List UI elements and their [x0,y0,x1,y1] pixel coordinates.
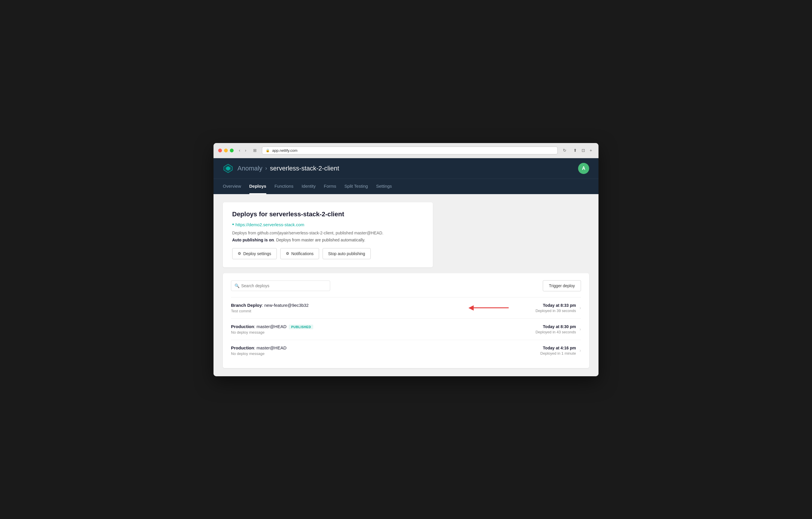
red-arrow-icon [468,305,509,310]
browser-actions: ⬆ ⊡ + [572,147,594,153]
back-button[interactable]: ‹ [237,147,242,153]
deploy-meta: Deploys from github.com/jayair/serverles… [232,230,424,235]
deploy-ref: master@HEAD [257,324,287,329]
deploy-time-main: Today at 8:30 pm [518,324,576,329]
search-input-wrapper: 🔍 [231,280,330,291]
trigger-deploy-button[interactable]: Trigger deploy [543,280,581,291]
deploy-time-sub: Deployed in 43 seconds [518,330,576,334]
deploy-list-section: 🔍 Trigger deploy Branch Deploy: new-feat… [223,273,589,368]
auto-publishing-text: Auto publishing is on. Deploys from mast… [232,238,424,242]
close-button[interactable] [218,148,222,153]
deploys-card-title: Deploys for serverless-stack-2-client [232,211,424,218]
deploy-type: Production [231,345,254,350]
deploy-actions: ⚙ Deploy settings ⚙ Notifications Stop a… [232,248,424,259]
deploy-row-time: Today at 8:33 pm Deployed in 39 seconds [518,303,576,313]
netlify-logo-icon [223,163,233,174]
deploy-row-left: Production: master@HEAD No deploy messag… [231,345,459,356]
arrow-head [468,305,474,310]
deploy-url-link[interactable]: https://demo2.serverless-stack.com [232,222,424,228]
deploy-row-subtitle: No deploy message [231,330,459,334]
breadcrumb-current[interactable]: serverless-stack-2-client [270,165,339,172]
deploy-settings-label: Deploy settings [243,251,271,256]
chevron-right-icon: › [580,305,581,310]
deploy-row-title: Branch Deploy: new-feature@9ec3b32 [231,303,459,308]
nav-item-functions[interactable]: Functions [274,179,293,194]
new-tab-button[interactable]: ⊡ [580,147,587,153]
search-input[interactable] [231,280,330,291]
deploy-row-title: Production: master@HEADPUBLISHED [231,324,459,329]
deploy-row-subtitle: No deploy message [231,351,459,356]
deploy-row[interactable]: Production: master@HEADPUBLISHED No depl… [231,319,581,340]
deploy-settings-button[interactable]: ⚙ Deploy settings [232,248,277,259]
notifications-button[interactable]: ⚙ Notifications [280,248,319,259]
deploy-ref: new-feature@9ec3b32 [264,303,309,308]
arrow-line [474,307,509,308]
published-badge: PUBLISHED [289,325,313,329]
app-nav: Overview Deploys Functions Identity Form… [213,179,599,194]
deploy-time-sub: Deployed in 39 seconds [518,308,576,313]
deploy-ref: master@HEAD [257,345,287,350]
deploys-card: Deploys for serverless-stack-2-client ht… [223,202,433,267]
nav-item-settings[interactable]: Settings [376,179,392,194]
auto-publishing-suffix: . Deploys from master are published auto… [274,238,365,242]
forward-button[interactable]: › [243,147,248,153]
deploy-row-time: Today at 4:16 pm Deployed in 1 minute [518,346,576,356]
sidebar-toggle-button[interactable]: ⊞ [252,147,258,153]
browser-window: ‹ › ⊞ 🔒 app.netlify.com ↻ ⬆ ⊡ + Anomaly … [213,143,599,376]
deploy-row-left: Production: master@HEADPUBLISHED No depl… [231,324,459,334]
address-bar[interactable]: 🔒 app.netlify.com [262,146,557,155]
auto-publishing-on-text: Auto publishing is on [232,238,274,242]
breadcrumb-separator: › [265,165,267,171]
minimize-button[interactable] [224,148,228,153]
chevron-right-icon: › [580,348,581,353]
app-header: Anomaly › serverless-stack-2-client A [213,158,599,179]
share-button[interactable]: ⬆ [572,147,579,153]
deploy-row[interactable]: Branch Deploy: new-feature@9ec3b32 Test … [231,297,581,319]
deploy-type: Branch Deploy [231,303,262,308]
lock-icon: 🔒 [266,148,270,153]
search-icon: 🔍 [234,283,239,288]
deploy-type: Production [231,324,254,329]
url-text: app.netlify.com [272,148,297,153]
maximize-button[interactable] [230,148,234,153]
stop-auto-publishing-label: Stop auto publishing [328,251,365,256]
deploy-time-main: Today at 8:33 pm [518,303,576,308]
chevron-right-icon: › [580,327,581,332]
deploy-time-main: Today at 4:16 pm [518,346,576,350]
nav-item-identity[interactable]: Identity [301,179,316,194]
app-header-left: Anomaly › serverless-stack-2-client [223,163,339,174]
deploy-list-header: 🔍 Trigger deploy [231,280,581,291]
deploy-row-arrow [459,305,518,310]
nav-item-overview[interactable]: Overview [223,179,241,194]
deploy-row-time: Today at 8:30 pm Deployed in 43 seconds [518,324,576,334]
gear-icon-2: ⚙ [286,251,289,256]
nav-buttons: ‹ › [237,147,248,153]
deploy-time-sub: Deployed in 1 minute [518,351,576,356]
notifications-label: Notifications [291,251,314,256]
main-content: Deploys for serverless-stack-2-client ht… [213,194,599,376]
deploy-row[interactable]: Production: master@HEAD No deploy messag… [231,340,581,361]
add-tab-button[interactable]: + [588,147,594,153]
reload-button[interactable]: ↻ [561,147,568,153]
user-avatar[interactable]: A [578,163,589,174]
nav-item-forms[interactable]: Forms [324,179,336,194]
traffic-lights [218,148,234,153]
breadcrumb: Anomaly › serverless-stack-2-client [237,165,339,172]
deploy-row-subtitle: Test commit [231,309,459,313]
deploy-row-title: Production: master@HEAD [231,345,459,350]
gear-icon: ⚙ [238,251,241,256]
breadcrumb-parent[interactable]: Anomaly [237,165,262,172]
nav-item-split-testing[interactable]: Split Testing [344,179,368,194]
browser-chrome: ‹ › ⊞ 🔒 app.netlify.com ↻ ⬆ ⊡ + [213,143,599,158]
nav-item-deploys[interactable]: Deploys [250,179,266,194]
stop-auto-publishing-button[interactable]: Stop auto publishing [323,248,371,259]
deploy-row-left: Branch Deploy: new-feature@9ec3b32 Test … [231,303,459,313]
